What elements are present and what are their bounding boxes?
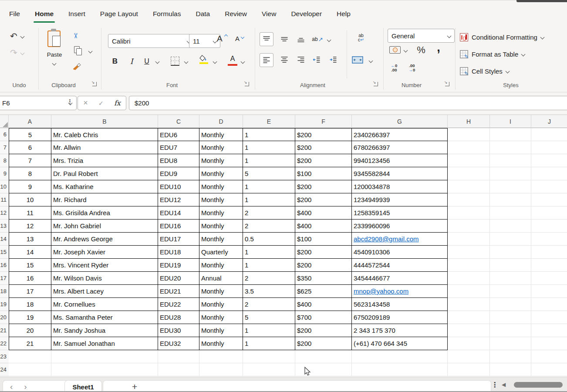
cell-B10[interactable]: Ms. Katharine — [51, 180, 158, 193]
hyperlink[interactable]: mnop@yahoo.com — [354, 287, 408, 295]
column-header-F[interactable]: F — [295, 115, 352, 128]
cell-B12[interactable]: Ms. Grisilda Andrea — [51, 206, 158, 220]
cell-C15[interactable]: EDU18 — [158, 246, 199, 259]
cell-B15[interactable]: Mr. Joseph Xavier — [51, 246, 158, 259]
cell-I10[interactable] — [490, 180, 531, 193]
cell-B17[interactable]: Mr. Wilson Davis — [51, 272, 158, 285]
cell-C17[interactable]: EDU20 — [158, 272, 199, 285]
row-header-18[interactable]: 18 — [0, 285, 9, 298]
cell-A17[interactable]: 16 — [9, 272, 51, 285]
cell-B21[interactable]: Mr. Sandy Joshua — [51, 324, 158, 337]
underline-button[interactable]: U — [142, 56, 152, 67]
cell-B24[interactable] — [51, 363, 158, 376]
cell-H10[interactable] — [448, 180, 490, 193]
cell-B20[interactable]: Ms. Samantha Peter — [51, 311, 158, 324]
cell-I9[interactable] — [490, 167, 531, 180]
bottom-align-button[interactable] — [294, 32, 307, 45]
cell-A6[interactable]: 5 — [9, 128, 51, 141]
row-header-9[interactable]: 9 — [0, 167, 9, 180]
cell-J9[interactable] — [531, 167, 567, 180]
row-header-21[interactable]: 21 — [0, 324, 9, 337]
row-header-14[interactable]: 14 — [0, 233, 9, 246]
font-size-select[interactable]: 11 — [189, 34, 220, 48]
cell-D8[interactable]: Monthly — [199, 154, 243, 167]
number-dialog-launcher[interactable]: ↘ — [445, 82, 449, 86]
cell-styles-button[interactable]: ✎ Cell Styles — [460, 65, 509, 77]
cell-C11[interactable]: EDU12 — [158, 193, 199, 206]
font-color-button[interactable]: A — [228, 55, 237, 65]
cell-F18[interactable]: $625 — [295, 285, 352, 298]
cell-H14[interactable] — [448, 233, 490, 246]
cell-D6[interactable]: Monthly — [199, 128, 243, 141]
cell-A15[interactable]: 14 — [9, 246, 51, 259]
cell-G9[interactable]: 9345582844 — [352, 167, 448, 180]
cell-I20[interactable] — [490, 311, 531, 324]
column-header-B[interactable]: B — [51, 115, 158, 128]
cell-J12[interactable] — [531, 206, 567, 220]
column-header-G[interactable]: G — [352, 115, 448, 128]
cell-J10[interactable] — [531, 180, 567, 193]
cell-C21[interactable]: EDU30 — [158, 324, 199, 337]
cell-G24[interactable] — [352, 363, 448, 376]
cell-H6[interactable] — [448, 128, 490, 141]
formula-input[interactable]: $200 — [129, 96, 567, 110]
align-left-button[interactable] — [260, 53, 273, 67]
middle-align-button[interactable] — [278, 32, 291, 45]
column-header-J[interactable]: J — [531, 115, 567, 128]
cell-I24[interactable] — [490, 363, 531, 376]
cell-H12[interactable] — [448, 206, 490, 220]
cell-G21[interactable]: 2 343 175 370 — [352, 324, 448, 337]
cell-F12[interactable]: $400 — [295, 206, 352, 220]
cell-C18[interactable]: EDU21 — [158, 285, 199, 298]
redo-button[interactable]: ↷ — [7, 46, 27, 59]
cell-G23[interactable] — [352, 350, 448, 363]
cell-G11[interactable]: 1234949939 — [352, 193, 448, 206]
cell-I19[interactable] — [490, 298, 531, 311]
row-header-13[interactable]: 13 — [0, 220, 9, 233]
cell-A21[interactable]: 20 — [9, 324, 51, 337]
sheet-prev-icon[interactable]: ‹ — [10, 382, 13, 392]
cell-C24[interactable] — [158, 363, 199, 376]
cell-A20[interactable]: 19 — [9, 311, 51, 324]
cell-J8[interactable] — [531, 154, 567, 167]
cell-F21[interactable]: $200 — [295, 324, 352, 337]
number-format-select[interactable]: General — [388, 29, 455, 43]
row-header-8[interactable]: 8 — [0, 154, 9, 167]
select-all-corner[interactable] — [0, 115, 9, 128]
cell-G6[interactable]: 2340266397 — [352, 128, 448, 141]
cell-G13[interactable]: 2339960096 — [352, 220, 448, 233]
cell-D20[interactable]: Monthly — [199, 311, 243, 324]
row-header-22[interactable]: 22 — [0, 337, 9, 350]
cell-B16[interactable]: Mrs. Vincent Ryder — [51, 259, 158, 272]
align-right-button[interactable] — [294, 53, 307, 66]
insert-function-icon[interactable]: fx — [114, 99, 121, 107]
cell-F16[interactable]: $200 — [295, 259, 352, 272]
menu-tab-data[interactable]: Data — [188, 3, 217, 24]
cell-C16[interactable]: EDU19 — [158, 259, 199, 272]
accounting-format-button[interactable] — [389, 46, 401, 54]
cell-C7[interactable]: EDU7 — [158, 141, 199, 154]
cell-C14[interactable]: EDU17 — [158, 233, 199, 246]
cell-F11[interactable]: $200 — [295, 193, 352, 206]
cell-E8[interactable]: 1 — [243, 154, 295, 167]
cell-E15[interactable]: 1 — [243, 246, 295, 259]
cell-E16[interactable]: 1 — [243, 259, 295, 272]
cell-A11[interactable]: 10 — [9, 193, 51, 206]
menu-tab-review[interactable]: Review — [217, 3, 254, 24]
formula-bar-divider-icon[interactable]: ⋮ — [67, 98, 73, 106]
alignment-dialog-launcher[interactable]: ↘ — [374, 82, 378, 86]
row-header-11[interactable]: 11 — [0, 193, 9, 206]
cell-E6[interactable]: 1 — [243, 128, 295, 141]
cell-H7[interactable] — [448, 141, 490, 154]
column-header-C[interactable]: C — [158, 115, 199, 128]
cell-C9[interactable]: EDU9 — [158, 167, 199, 180]
cell-J24[interactable] — [531, 363, 567, 376]
cell-G17[interactable]: 3454446677 — [352, 272, 448, 285]
cell-J23[interactable] — [531, 350, 567, 363]
cell-H17[interactable] — [448, 272, 490, 285]
increase-decimal-button[interactable]: ←0 .00 — [388, 64, 401, 72]
cell-B13[interactable]: Mr. John Gabriel — [51, 220, 158, 233]
cell-J15[interactable] — [531, 246, 567, 259]
bold-button[interactable]: B — [110, 56, 120, 67]
wrap-text-button[interactable]: ab c↵ — [354, 33, 368, 45]
